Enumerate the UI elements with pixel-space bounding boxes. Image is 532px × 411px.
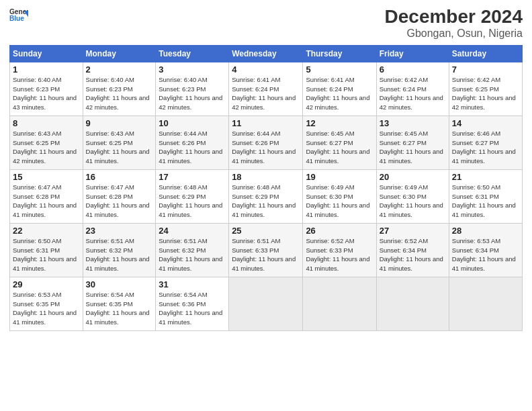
table-row: 10 Sunrise: 6:44 AMSunset: 6:26 PMDaylig… xyxy=(156,116,229,169)
table-row: 2 Sunrise: 6:40 AMSunset: 6:23 PMDayligh… xyxy=(83,62,156,116)
page-title: December 2024 xyxy=(385,7,523,28)
table-row: 15 Sunrise: 6:47 AMSunset: 6:28 PMDaylig… xyxy=(10,169,83,223)
table-row xyxy=(376,277,449,330)
col-friday: Friday xyxy=(376,45,449,62)
logo-icon: General Blue xyxy=(9,7,28,26)
day-info: Sunrise: 6:51 AMSunset: 6:32 PMDaylight:… xyxy=(86,237,150,272)
table-row: 20 Sunrise: 6:49 AMSunset: 6:30 PMDaylig… xyxy=(376,169,449,223)
day-number: 2 xyxy=(86,64,153,75)
day-info: Sunrise: 6:48 AMSunset: 6:29 PMDaylight:… xyxy=(232,183,296,218)
table-row: 28 Sunrise: 6:53 AMSunset: 6:34 PMDaylig… xyxy=(449,223,522,277)
day-number: 4 xyxy=(232,64,300,75)
table-row: 23 Sunrise: 6:51 AMSunset: 6:32 PMDaylig… xyxy=(83,223,156,277)
table-row xyxy=(303,277,376,330)
table-row: 27 Sunrise: 6:52 AMSunset: 6:34 PMDaylig… xyxy=(376,223,449,277)
table-row: 14 Sunrise: 6:46 AMSunset: 6:27 PMDaylig… xyxy=(449,116,522,169)
day-number: 24 xyxy=(159,226,226,236)
day-number: 11 xyxy=(232,118,300,128)
day-info: Sunrise: 6:43 AMSunset: 6:25 PMDaylight:… xyxy=(86,130,150,165)
table-row: 24 Sunrise: 6:51 AMSunset: 6:32 PMDaylig… xyxy=(156,223,229,277)
day-number: 13 xyxy=(380,118,446,128)
table-row: 18 Sunrise: 6:48 AMSunset: 6:29 PMDaylig… xyxy=(229,169,303,223)
col-monday: Monday xyxy=(83,45,156,62)
svg-text:Blue: Blue xyxy=(9,15,24,22)
day-info: Sunrise: 6:49 AMSunset: 6:30 PMDaylight:… xyxy=(306,183,369,218)
day-number: 19 xyxy=(306,172,373,182)
day-info: Sunrise: 6:53 AMSunset: 6:34 PMDaylight:… xyxy=(452,237,516,272)
day-info: Sunrise: 6:51 AMSunset: 6:33 PMDaylight:… xyxy=(232,237,296,272)
calendar-row: 15 Sunrise: 6:47 AMSunset: 6:28 PMDaylig… xyxy=(10,169,523,223)
day-number: 26 xyxy=(306,226,373,236)
calendar-row: 8 Sunrise: 6:43 AMSunset: 6:25 PMDayligh… xyxy=(10,116,523,169)
col-wednesday: Wednesday xyxy=(229,45,303,62)
day-info: Sunrise: 6:42 AMSunset: 6:24 PMDaylight:… xyxy=(380,76,443,111)
table-row: 4 Sunrise: 6:41 AMSunset: 6:24 PMDayligh… xyxy=(229,62,303,116)
day-info: Sunrise: 6:51 AMSunset: 6:32 PMDaylight:… xyxy=(159,237,222,272)
day-info: Sunrise: 6:44 AMSunset: 6:26 PMDaylight:… xyxy=(159,130,222,165)
table-row: 5 Sunrise: 6:41 AMSunset: 6:24 PMDayligh… xyxy=(303,62,376,116)
calendar-header-row: Sunday Monday Tuesday Wednesday Thursday… xyxy=(10,45,523,62)
day-info: Sunrise: 6:52 AMSunset: 6:33 PMDaylight:… xyxy=(306,237,369,272)
day-info: Sunrise: 6:47 AMSunset: 6:28 PMDaylight:… xyxy=(86,183,150,218)
day-number: 5 xyxy=(306,64,373,75)
table-row: 13 Sunrise: 6:45 AMSunset: 6:27 PMDaylig… xyxy=(376,116,449,169)
day-info: Sunrise: 6:42 AMSunset: 6:25 PMDaylight:… xyxy=(452,76,516,111)
day-info: Sunrise: 6:44 AMSunset: 6:26 PMDaylight:… xyxy=(232,130,296,165)
day-number: 25 xyxy=(232,226,300,236)
table-row: 12 Sunrise: 6:45 AMSunset: 6:27 PMDaylig… xyxy=(303,116,376,169)
table-row: 21 Sunrise: 6:50 AMSunset: 6:31 PMDaylig… xyxy=(449,169,522,223)
table-row xyxy=(229,277,303,330)
table-row: 17 Sunrise: 6:48 AMSunset: 6:29 PMDaylig… xyxy=(156,169,229,223)
day-number: 16 xyxy=(86,172,153,182)
table-row: 1 Sunrise: 6:40 AMSunset: 6:23 PMDayligh… xyxy=(10,62,83,116)
table-row: 29 Sunrise: 6:53 AMSunset: 6:35 PMDaylig… xyxy=(10,277,83,330)
table-row: 19 Sunrise: 6:49 AMSunset: 6:30 PMDaylig… xyxy=(303,169,376,223)
day-info: Sunrise: 6:52 AMSunset: 6:34 PMDaylight:… xyxy=(380,237,443,272)
day-info: Sunrise: 6:49 AMSunset: 6:30 PMDaylight:… xyxy=(380,183,443,218)
day-number: 30 xyxy=(86,279,153,289)
table-row: 30 Sunrise: 6:54 AMSunset: 6:35 PMDaylig… xyxy=(83,277,156,330)
day-number: 27 xyxy=(380,226,446,236)
day-info: Sunrise: 6:40 AMSunset: 6:23 PMDaylight:… xyxy=(86,76,150,111)
calendar-row: 22 Sunrise: 6:50 AMSunset: 6:31 PMDaylig… xyxy=(10,223,523,277)
day-info: Sunrise: 6:53 AMSunset: 6:35 PMDaylight:… xyxy=(13,291,77,326)
day-info: Sunrise: 6:50 AMSunset: 6:31 PMDaylight:… xyxy=(13,237,77,272)
col-sunday: Sunday xyxy=(10,45,83,62)
col-tuesday: Tuesday xyxy=(156,45,229,62)
day-number: 22 xyxy=(13,226,80,236)
day-number: 29 xyxy=(13,279,80,289)
day-number: 15 xyxy=(13,172,80,182)
day-number: 17 xyxy=(159,172,226,182)
table-row: 22 Sunrise: 6:50 AMSunset: 6:31 PMDaylig… xyxy=(10,223,83,277)
day-info: Sunrise: 6:54 AMSunset: 6:36 PMDaylight:… xyxy=(159,291,222,326)
table-row: 9 Sunrise: 6:43 AMSunset: 6:25 PMDayligh… xyxy=(83,116,156,169)
day-number: 21 xyxy=(452,172,519,182)
day-number: 18 xyxy=(232,172,300,182)
day-number: 1 xyxy=(13,64,80,75)
day-number: 23 xyxy=(86,226,153,236)
day-info: Sunrise: 6:54 AMSunset: 6:35 PMDaylight:… xyxy=(86,291,150,326)
day-number: 8 xyxy=(13,118,80,128)
day-info: Sunrise: 6:43 AMSunset: 6:25 PMDaylight:… xyxy=(13,130,77,165)
day-info: Sunrise: 6:47 AMSunset: 6:28 PMDaylight:… xyxy=(13,183,77,218)
day-number: 20 xyxy=(380,172,446,182)
table-row: 6 Sunrise: 6:42 AMSunset: 6:24 PMDayligh… xyxy=(376,62,449,116)
table-row: 8 Sunrise: 6:43 AMSunset: 6:25 PMDayligh… xyxy=(10,116,83,169)
day-info: Sunrise: 6:46 AMSunset: 6:27 PMDaylight:… xyxy=(452,130,516,165)
day-info: Sunrise: 6:50 AMSunset: 6:31 PMDaylight:… xyxy=(452,183,516,218)
table-row: 25 Sunrise: 6:51 AMSunset: 6:33 PMDaylig… xyxy=(229,223,303,277)
table-row: 3 Sunrise: 6:40 AMSunset: 6:23 PMDayligh… xyxy=(156,62,229,116)
day-info: Sunrise: 6:48 AMSunset: 6:29 PMDaylight:… xyxy=(159,183,222,218)
day-number: 14 xyxy=(452,118,519,128)
calendar-table: Sunday Monday Tuesday Wednesday Thursday… xyxy=(9,45,523,331)
day-number: 7 xyxy=(452,64,519,75)
calendar-row: 1 Sunrise: 6:40 AMSunset: 6:23 PMDayligh… xyxy=(10,62,523,116)
day-number: 3 xyxy=(159,64,226,75)
day-info: Sunrise: 6:45 AMSunset: 6:27 PMDaylight:… xyxy=(380,130,443,165)
day-info: Sunrise: 6:40 AMSunset: 6:23 PMDaylight:… xyxy=(159,76,222,111)
logo: General Blue xyxy=(9,7,28,26)
table-row: 26 Sunrise: 6:52 AMSunset: 6:33 PMDaylig… xyxy=(303,223,376,277)
col-saturday: Saturday xyxy=(449,45,522,62)
table-row: 16 Sunrise: 6:47 AMSunset: 6:28 PMDaylig… xyxy=(83,169,156,223)
day-number: 12 xyxy=(306,118,373,128)
